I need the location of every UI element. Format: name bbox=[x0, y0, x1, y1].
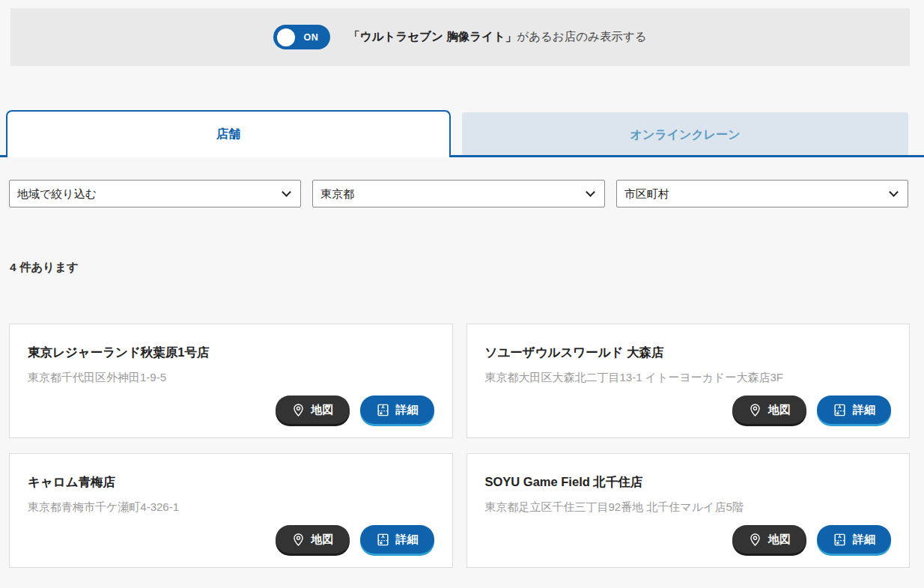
store-card: SOYU Game Field 北千住店 東京都足立区千住三丁目92番地 北千住… bbox=[466, 453, 911, 568]
detail-button[interactable]: 詳細 bbox=[360, 525, 434, 554]
filter-selects-row: 地域で絞り込む 東京都 市区町村 bbox=[9, 180, 908, 207]
detail-button-label: 詳細 bbox=[396, 403, 419, 417]
tab-online-crane-label: オンラインクレーン bbox=[630, 127, 741, 143]
toggle-knob bbox=[277, 28, 295, 46]
store-card: 東京レジャーランド秋葉原1号店 東京都千代田区外神田1-9-5 地図 詳細 bbox=[9, 324, 453, 438]
store-card: キャロム青梅店 東京都青梅市千ケ瀬町4-326-1 地図 詳細 bbox=[9, 453, 453, 568]
region-select-wrap: 地域で絞り込む bbox=[9, 180, 301, 207]
card-buttons: 地図 詳細 bbox=[732, 395, 891, 424]
tab-online-crane[interactable]: オンラインクレーン bbox=[462, 112, 908, 157]
store-name: 東京レジャーランド秋葉原1号店 bbox=[28, 345, 434, 361]
region-select[interactable]: 地域で絞り込む bbox=[9, 180, 301, 207]
map-button-label: 地図 bbox=[768, 533, 791, 547]
crane-machine-icon bbox=[833, 403, 847, 417]
prefecture-select[interactable]: 東京都 bbox=[312, 180, 604, 207]
detail-button-label: 詳細 bbox=[396, 533, 419, 547]
result-count: 4 件あります bbox=[10, 260, 924, 276]
map-pin-icon bbox=[291, 403, 306, 417]
tab-stores[interactable]: 店舗 bbox=[6, 110, 451, 157]
map-pin-icon bbox=[291, 533, 306, 547]
tab-stores-label: 店舗 bbox=[216, 127, 240, 142]
card-buttons: 地図 詳細 bbox=[732, 525, 891, 554]
filter-item-name: 「ウルトラセブン 胸像ライト」 bbox=[348, 30, 517, 43]
store-address: 東京都千代田区外神田1-9-5 bbox=[28, 371, 434, 385]
store-address: 東京都大田区大森北二丁目13-1 イトーヨーカドー大森店3F bbox=[485, 371, 892, 385]
tab-bar: 店舗 オンラインクレーン bbox=[0, 110, 924, 157]
map-button-label: 地図 bbox=[311, 533, 334, 547]
map-pin-icon bbox=[748, 403, 762, 417]
card-buttons: 地図 詳細 bbox=[276, 395, 434, 424]
detail-button-label: 詳細 bbox=[853, 403, 875, 417]
item-filter-bar: ON 「ウルトラセブン 胸像ライト」があるお店のみ表示する bbox=[10, 8, 910, 66]
crane-machine-icon bbox=[833, 533, 847, 547]
show-only-toggle[interactable]: ON bbox=[273, 25, 330, 49]
prefecture-select-wrap: 東京都 bbox=[312, 180, 604, 207]
detail-button[interactable]: 詳細 bbox=[817, 525, 891, 554]
store-card-grid: 東京レジャーランド秋葉原1号店 東京都千代田区外神田1-9-5 地図 詳細 ソユ… bbox=[9, 324, 910, 568]
map-pin-icon bbox=[748, 533, 762, 547]
store-name: SOYU Game Field 北千住店 bbox=[485, 474, 892, 491]
city-select[interactable]: 市区町村 bbox=[616, 180, 908, 207]
card-buttons: 地図 詳細 bbox=[276, 525, 434, 554]
crane-machine-icon bbox=[376, 533, 390, 547]
map-button[interactable]: 地図 bbox=[276, 525, 350, 554]
map-button[interactable]: 地図 bbox=[732, 525, 806, 554]
city-select-wrap: 市区町村 bbox=[616, 180, 908, 207]
map-button-label: 地図 bbox=[311, 403, 334, 417]
store-name: ソユーザウルスワールド 大森店 bbox=[485, 345, 892, 361]
map-button-label: 地図 bbox=[768, 403, 791, 417]
filter-description: 「ウルトラセブン 胸像ライト」があるお店のみ表示する bbox=[348, 29, 646, 45]
toggle-on-label: ON bbox=[295, 32, 326, 43]
store-card: ソユーザウルスワールド 大森店 東京都大田区大森北二丁目13-1 イトーヨーカド… bbox=[466, 324, 911, 438]
crane-machine-icon bbox=[376, 403, 390, 417]
store-name: キャロム青梅店 bbox=[28, 474, 434, 491]
store-address: 東京都青梅市千ケ瀬町4-326-1 bbox=[28, 500, 434, 515]
detail-button[interactable]: 詳細 bbox=[360, 395, 434, 424]
map-button[interactable]: 地図 bbox=[276, 395, 350, 424]
detail-button[interactable]: 詳細 bbox=[817, 395, 891, 424]
detail-button-label: 詳細 bbox=[853, 533, 875, 547]
filter-description-rest: があるお店のみ表示する bbox=[517, 30, 646, 43]
map-button[interactable]: 地図 bbox=[732, 395, 806, 424]
store-address: 東京都足立区千住三丁目92番地 北千住マルイ店5階 bbox=[485, 500, 892, 515]
